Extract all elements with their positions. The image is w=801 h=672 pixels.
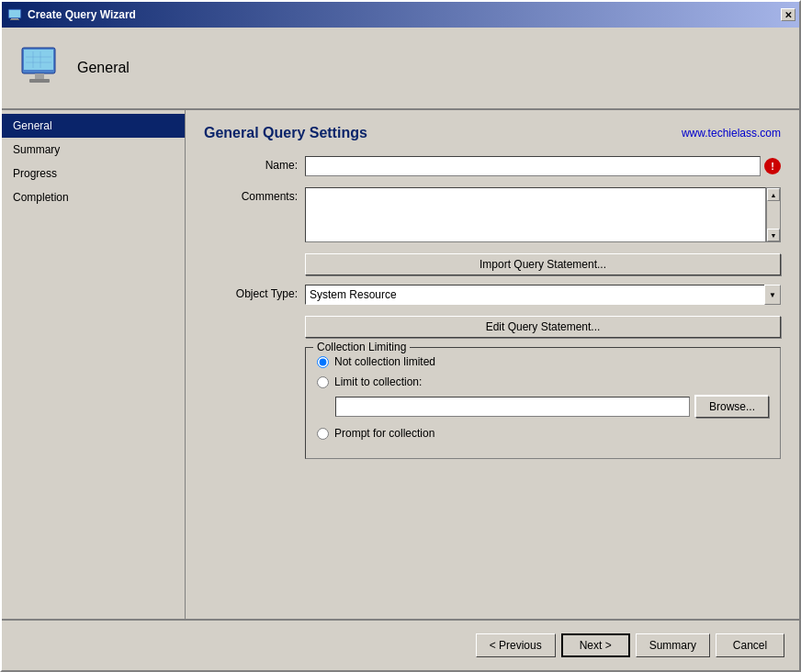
header-title: General [77,60,130,76]
name-row: Name: ! [204,156,781,176]
comments-scrollbar[interactable]: ▲ ▼ [766,187,781,242]
radio-limit-row: Limit to collection: [317,375,769,388]
next-button[interactable]: Next > [561,633,630,657]
limit-input-row: Browse... [335,396,769,418]
header-section: General [2,28,799,110]
limit-collection-input[interactable] [335,397,690,417]
edit-query-button[interactable]: Edit Query Statement... [305,316,781,338]
object-type-select[interactable]: System Resource User Resource Device Res… [305,285,781,305]
wizard-window: Create Query Wizard ✕ General General [0,0,801,672]
name-input[interactable] [305,156,761,176]
scroll-up-btn[interactable]: ▲ [767,188,780,201]
header-computer-icon [17,44,64,92]
content-link: www.techielass.com [682,127,781,140]
radio-prompt-label[interactable]: Prompt for collection [334,427,434,440]
close-button[interactable]: ✕ [781,8,795,21]
comments-input[interactable] [305,187,766,242]
footer: < Previous Next > Summary Cancel [2,619,799,670]
comments-textarea-wrap: ▲ ▼ [305,187,781,242]
object-type-row: Object Type: System Resource User Resour… [204,285,781,305]
sidebar-item-general[interactable]: General [2,114,185,138]
sidebar-item-summary[interactable]: Summary [2,138,185,162]
title-bar: Create Query Wizard ✕ [2,2,799,28]
main-content: General Summary Progress Completion Gene… [2,110,799,619]
collection-limiting-legend: Collection Limiting [313,341,410,353]
content-area: General Query Settings www.techielass.co… [186,110,799,619]
svg-rect-6 [35,73,44,80]
summary-button[interactable]: Summary [636,633,710,657]
sidebar-item-progress[interactable]: Progress [2,162,185,185]
radio-limit-to-label[interactable]: Limit to collection: [334,375,422,388]
svg-rect-3 [10,19,19,20]
radio-not-limited[interactable] [317,356,329,368]
object-type-select-wrap: System Resource User Resource Device Res… [305,285,781,305]
object-type-label: Object Type: [204,285,305,300]
content-title: General Query Settings [204,125,367,141]
radio-limit-to[interactable] [317,376,329,388]
radio-prompt-row: Prompt for collection [317,427,769,440]
import-query-button[interactable]: Import Query Statement... [305,253,781,275]
svg-rect-5 [24,50,53,70]
title-bar-icon [7,7,22,22]
import-button-row: Import Query Statement... [204,253,781,275]
name-error-icon: ! [764,158,781,174]
title-bar-left: Create Query Wizard [7,7,136,22]
edit-button-row: Edit Query Statement... [204,316,781,338]
scroll-down-btn[interactable]: ▼ [767,229,780,241]
name-input-wrap: ! [305,156,781,176]
content-header: General Query Settings www.techielass.co… [204,125,781,141]
comments-row: Comments: ▲ ▼ [204,187,781,242]
browse-button[interactable]: Browse... [695,396,769,418]
radio-prompt[interactable] [317,428,329,440]
radio-not-limited-row: Not collection limited [317,355,769,368]
previous-button[interactable]: < Previous [476,633,556,657]
svg-rect-1 [9,10,20,17]
title-bar-title: Create Query Wizard [28,8,136,21]
sidebar: General Summary Progress Completion [2,110,186,619]
comments-label: Comments: [204,187,305,203]
svg-rect-7 [29,79,50,83]
name-label: Name: [204,156,305,172]
sidebar-item-completion[interactable]: Completion [2,185,185,209]
radio-not-limited-label[interactable]: Not collection limited [334,355,435,368]
collection-limiting-group: Collection Limiting Not collection limit… [305,347,781,459]
cancel-button[interactable]: Cancel [716,633,784,657]
